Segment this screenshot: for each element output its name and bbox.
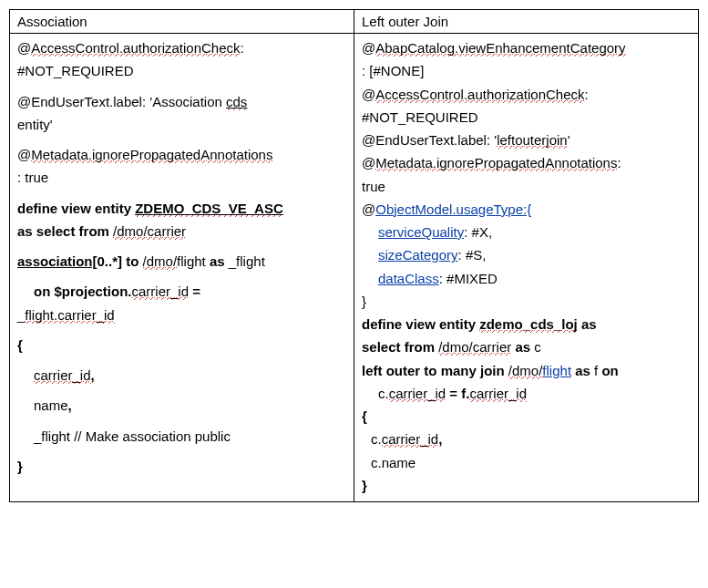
cell-association: @AccessControl.authorizationCheck: #NOT_… [10, 34, 354, 502]
t: ZDEMO_CDS_VE_ASC [135, 201, 283, 217]
t: association[ [17, 253, 97, 269]
t: , [68, 397, 72, 413]
t: : #S, [458, 247, 487, 263]
t: c [530, 339, 541, 355]
t: AccessControl.authorizationCheck [31, 40, 240, 57]
t: name [34, 397, 68, 413]
t: leftouterjoin [497, 132, 568, 149]
t: : [#NONE] [362, 63, 424, 78]
t: @ [362, 40, 375, 56]
header-left-outer-join: Left outer Join [354, 10, 699, 34]
t: sizeCategory [378, 247, 458, 263]
t: c.name [371, 455, 416, 470]
t: #NOT_REQUIRED [362, 109, 478, 125]
t: AccessControl.authorizationCheck [375, 87, 584, 103]
t: } [362, 294, 366, 309]
t: @EndUserText.label: ' [362, 132, 497, 148]
t: as [206, 253, 225, 269]
t: = [189, 284, 200, 299]
t: @ [362, 87, 375, 102]
code-left-outer-join: @AbapCatalog.viewEnhancementCategory : [… [362, 37, 691, 496]
t: /dmo/ [143, 253, 178, 270]
t: : [617, 155, 621, 170]
t: c. [378, 386, 389, 401]
t: select from [362, 339, 438, 355]
t: as [571, 363, 590, 378]
t: Metadata.ignorePropagatedAnnotations [31, 147, 272, 163]
t: : true [17, 170, 48, 185]
t: entity' [17, 117, 53, 132]
t: on [601, 363, 618, 378]
t: carrier_id [132, 284, 190, 300]
t: : #MIXED [439, 271, 498, 286]
t: zdemo_cds_loj [479, 316, 578, 333]
t: /dmo/carrier [438, 339, 511, 356]
t: c. [371, 431, 382, 447]
t: , [91, 367, 95, 383]
t: #NOT_REQUIRED [17, 63, 134, 78]
t: 0..*] to [97, 253, 143, 269]
t: define view entity [362, 316, 479, 332]
t: /dmo/ [508, 363, 543, 379]
t: f [590, 363, 602, 378]
t: flight [177, 253, 206, 269]
t: dataClass [378, 271, 439, 286]
t: on $projection. [34, 284, 132, 299]
t: : [241, 40, 244, 56]
t: serviceQuality [378, 224, 464, 240]
t: @ [362, 201, 375, 217]
t: define view entity [17, 201, 135, 216]
t: flight.carrier_id [25, 307, 114, 324]
t: } [17, 459, 23, 474]
t: , [438, 431, 442, 447]
cell-left-outer-join: @AbapCatalog.viewEnhancementCategory : [… [354, 34, 699, 502]
t: as select from [17, 223, 113, 239]
t: Metadata.ignorePropagatedAnnotations [375, 155, 617, 171]
comparison-table: Association Left outer Join @AccessContr… [9, 9, 699, 502]
t: _flight // Make association public [34, 428, 231, 444]
t: carrier_id [34, 367, 91, 384]
t: carrier_id [382, 431, 439, 448]
t: } [362, 478, 367, 493]
t: = f. [446, 386, 469, 401]
t: AbapCatalog.viewEnhancementCategory [375, 40, 625, 57]
t: @EndUserText.label: 'Association [17, 94, 226, 109]
t: @ [17, 147, 31, 162]
t: _flight [225, 253, 265, 269]
t: { [362, 408, 367, 424]
t: ' [568, 132, 570, 148]
t: carrier_id [469, 386, 527, 402]
t: ObjectModel.usageType:{ [375, 201, 531, 217]
t: @ [362, 155, 375, 170]
t: : [585, 87, 589, 102]
header-association: Association [10, 10, 354, 34]
t: carrier_id [389, 386, 446, 402]
t: as [578, 316, 597, 332]
t: as [511, 339, 530, 355]
t: : #X, [464, 224, 492, 240]
t: flight [542, 363, 571, 378]
code-association: @AccessControl.authorizationCheck: #NOT_… [17, 37, 346, 477]
t: true [362, 179, 385, 194]
t: { [17, 337, 23, 353]
t: /dmo/carrier [113, 223, 186, 240]
t: left outer to many join [362, 363, 508, 378]
t: @ [17, 40, 31, 56]
t: cds [226, 94, 247, 110]
